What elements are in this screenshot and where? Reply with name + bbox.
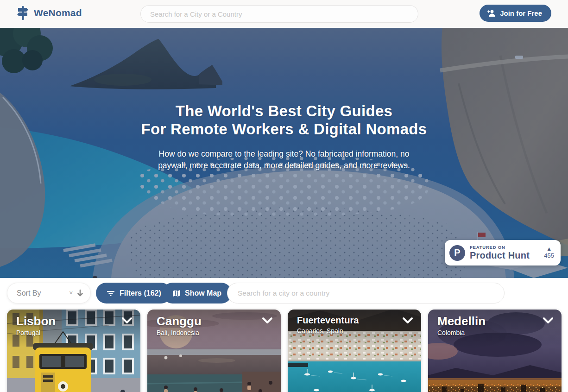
product-hunt-text: FEATURED ON Product Hunt — [470, 245, 539, 260]
card-city-name: Medellin — [437, 314, 538, 328]
city-card-list: Lisbon Portugal — [0, 310, 568, 392]
product-hunt-name: Product Hunt — [470, 250, 539, 260]
show-map-button-label: Show Map — [185, 289, 221, 297]
page: WeNomad Join for Free — [0, 0, 568, 392]
city-search-input[interactable] — [227, 283, 505, 303]
card-city-name: Canggu — [157, 314, 258, 328]
chevron-down-icon[interactable] — [121, 316, 133, 325]
navbar: WeNomad Join for Free — [0, 0, 568, 28]
nav-search-input[interactable] — [140, 5, 418, 23]
hero-subtitle: How do we compare to the leading site? N… — [0, 148, 568, 171]
city-card-medellin[interactable]: Medellin Colombia — [428, 310, 562, 392]
featured-on-label: FEATURED ON — [470, 245, 539, 250]
filters-button[interactable]: Filters (162) — [96, 283, 171, 303]
show-map-button[interactable]: Show Map — [162, 283, 232, 303]
hero-title: The World's Best City Guides For Remote … — [0, 102, 568, 138]
hero-subtitle-line2: paywall, more accurate data, more detail… — [0, 160, 568, 171]
product-hunt-p-icon: P — [449, 245, 465, 261]
card-region-name: Canaries, Spain — [297, 327, 398, 335]
chevron-down-icon[interactable] — [542, 316, 554, 325]
sort-by-label: Sort By — [17, 289, 69, 297]
hero-subtitle-line1: How do we compare to the leading site? N… — [0, 148, 568, 160]
city-card-lisbon[interactable]: Lisbon Portugal — [7, 310, 140, 392]
filter-lines-icon — [106, 290, 115, 297]
upvote-counter[interactable]: ▲ 455 — [544, 246, 554, 259]
arrow-down-icon — [76, 289, 84, 297]
hero-title-line2: For Remote Workers & Digital Nomads — [0, 120, 568, 138]
brand-name: WeNomad — [34, 7, 82, 19]
filter-bar: Sort By ˅ Filters (162) Show Map — [0, 278, 568, 310]
card-city-name: Fuerteventura — [297, 314, 398, 326]
city-card-fuerteventura[interactable]: Fuerteventura Canaries, Spain — [288, 310, 421, 392]
card-city-name: Lisbon — [16, 314, 117, 328]
brand-logo[interactable]: WeNomad — [16, 6, 82, 20]
join-for-free-button[interactable]: Join for Free — [480, 5, 551, 22]
chevron-down-icon[interactable] — [402, 316, 414, 325]
hero-section: The World's Best City Guides For Remote … — [0, 28, 568, 278]
filters-button-label: Filters (162) — [120, 289, 161, 297]
upvote-count: 455 — [544, 253, 554, 259]
city-card-canggu[interactable]: Canggu Bali, Indonesia — [147, 310, 281, 392]
signpost-icon — [16, 6, 30, 20]
card-head: Fuerteventura Canaries, Spain — [297, 314, 398, 335]
hero-copy: The World's Best City Guides For Remote … — [0, 102, 568, 171]
card-region-name: Portugal — [16, 329, 117, 336]
card-region-name: Colombia — [437, 329, 538, 336]
chevron-down-icon[interactable] — [261, 316, 273, 325]
card-head: Medellin Colombia — [437, 314, 538, 336]
card-head: Lisbon Portugal — [16, 314, 117, 336]
hero-title-line1: The World's Best City Guides — [0, 102, 568, 120]
sort-by-select[interactable]: Sort By ˅ — [7, 283, 91, 303]
card-region-name: Bali, Indonesia — [157, 329, 258, 336]
triangle-up-icon: ▲ — [544, 246, 554, 253]
map-icon — [172, 289, 181, 297]
product-hunt-badge[interactable]: P FEATURED ON Product Hunt ▲ 455 — [445, 240, 561, 266]
join-button-label: Join for Free — [500, 9, 542, 17]
card-head: Canggu Bali, Indonesia — [157, 314, 258, 336]
chevron-down-icon: ˅ — [69, 290, 73, 297]
user-plus-icon — [487, 9, 496, 18]
